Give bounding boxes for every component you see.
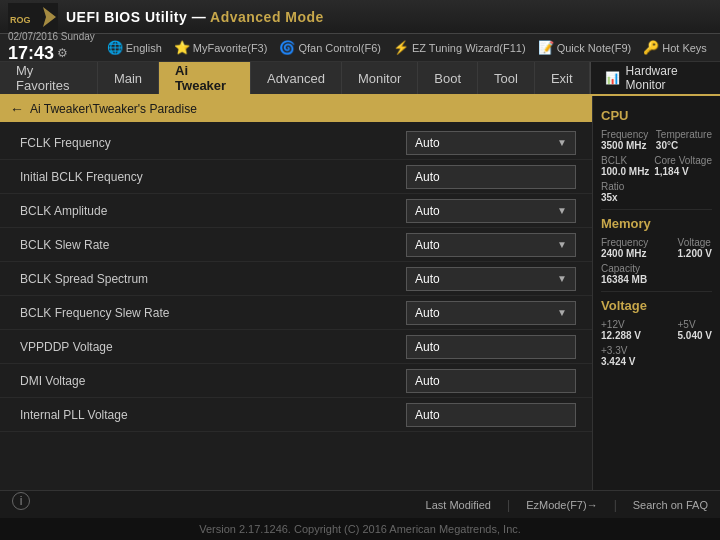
bclk-amplitude-select[interactable]: Auto ▼: [406, 199, 576, 223]
language-select[interactable]: 🌐 English: [107, 40, 162, 55]
left-panel: ← Ai Tweaker\Tweaker's Paradise FCLK Fre…: [0, 96, 592, 490]
time-gear-icon[interactable]: ⚙: [57, 46, 68, 60]
date-display: 02/07/2016 Sunday: [8, 31, 95, 43]
setting-initial-bclk: Initial BCLK Frequency Auto: [0, 160, 592, 194]
nav-tool[interactable]: Tool: [478, 62, 535, 94]
initial-bclk-input[interactable]: Auto: [406, 165, 576, 189]
select-arrow: ▼: [557, 205, 567, 216]
memory-section-title: Memory: [601, 216, 712, 231]
voltage-12v-5v-row: +12V 12.288 V +5V 5.040 V: [601, 319, 712, 341]
setting-internal-pll-voltage: Internal PLL Voltage Auto: [0, 398, 592, 432]
hotkeys-icon: 🔑: [643, 40, 659, 55]
hot-keys-button[interactable]: 🔑 Hot Keys: [643, 40, 707, 55]
select-arrow: ▼: [557, 307, 567, 318]
bclk-spread-spectrum-select[interactable]: Auto ▼: [406, 267, 576, 291]
favorite-icon: ⭐: [174, 40, 190, 55]
setting-dmi-voltage: DMI Voltage Auto: [0, 364, 592, 398]
monitor-icon: 📊: [605, 71, 620, 85]
nav-ai-tweaker[interactable]: Ai Tweaker: [159, 62, 251, 94]
divider-1: [601, 209, 712, 210]
setting-fclk-frequency: FCLK Frequency Auto ▼: [0, 126, 592, 160]
settings-list: FCLK Frequency Auto ▼ Initial BCLK Frequ…: [0, 122, 592, 436]
internal-pll-voltage-input[interactable]: Auto: [406, 403, 576, 427]
breadcrumb: ← Ai Tweaker\Tweaker's Paradise: [0, 96, 592, 122]
titlebar: ROG UEFI BIOS Utility — Advanced Mode: [0, 0, 720, 34]
bottom-bar: Last Modified | EzMode(F7)→ | Search on …: [0, 490, 720, 518]
cpu-bclk-voltage-row: BCLK 100.0 MHz Core Voltage 1,184 V: [601, 155, 712, 177]
search-faq-button[interactable]: Search on FAQ: [633, 499, 708, 511]
note-icon: 📝: [538, 40, 554, 55]
voltage-33v-row: +3.3V 3.424 V: [601, 345, 712, 367]
bclk-freq-slew-rate-select[interactable]: Auto ▼: [406, 301, 576, 325]
setting-bclk-slew-rate: BCLK Slew Rate Auto ▼: [0, 228, 592, 262]
cpu-section-title: CPU: [601, 108, 712, 123]
navbar: My Favorites Main Ai Tweaker Advanced Mo…: [0, 62, 720, 96]
fclk-select[interactable]: Auto ▼: [406, 131, 576, 155]
nav-exit[interactable]: Exit: [535, 62, 590, 94]
footer: Version 2.17.1246. Copyright (C) 2016 Am…: [0, 518, 720, 540]
hw-monitor-panel: CPU Frequency 3500 MHz Temperature 30°C …: [592, 96, 720, 490]
select-arrow: ▼: [557, 239, 567, 250]
select-arrow: ▼: [557, 273, 567, 284]
infobar: 02/07/2016 Sunday 17:43 ⚙ 🌐 English ⭐ My…: [0, 34, 720, 62]
nav-advanced[interactable]: Advanced: [251, 62, 342, 94]
ez-mode-button[interactable]: EzMode(F7)→: [526, 499, 598, 511]
setting-bclk-amplitude: BCLK Amplitude Auto ▼: [0, 194, 592, 228]
info-icon[interactable]: i: [12, 492, 30, 510]
nav-main[interactable]: Main: [98, 62, 159, 94]
last-modified-item[interactable]: Last Modified: [426, 499, 491, 511]
mem-capacity-row: Capacity 16384 MB: [601, 263, 712, 285]
voltage-section-title: Voltage: [601, 298, 712, 313]
cpu-ratio-row: Ratio 35x: [601, 181, 712, 203]
nav-boot[interactable]: Boot: [418, 62, 478, 94]
my-favorite-button[interactable]: ⭐ MyFavorite(F3): [174, 40, 268, 55]
mem-freq-voltage-row: Frequency 2400 MHz Voltage 1.200 V: [601, 237, 712, 259]
setting-bclk-spread-spectrum: BCLK Spread Spectrum Auto ▼: [0, 262, 592, 296]
ez-icon: ⚡: [393, 40, 409, 55]
quick-note-button[interactable]: 📝 Quick Note(F9): [538, 40, 632, 55]
dmi-voltage-input[interactable]: Auto: [406, 369, 576, 393]
qfan-icon: 🌀: [279, 40, 295, 55]
svg-text:ROG: ROG: [10, 15, 31, 25]
nav-monitor[interactable]: Monitor: [342, 62, 418, 94]
back-arrow[interactable]: ←: [10, 101, 24, 117]
divider-2: [601, 291, 712, 292]
hw-monitor-tab[interactable]: 📊 Hardware Monitor: [590, 62, 720, 94]
setting-vppddr-voltage: VPPDDР Voltage Auto: [0, 330, 592, 364]
datetime-display: 02/07/2016 Sunday 17:43 ⚙: [8, 31, 95, 65]
qfan-control-button[interactable]: 🌀 Qfan Control(F6): [279, 40, 381, 55]
setting-bclk-freq-slew-rate: BCLK Frequency Slew Rate Auto ▼: [0, 296, 592, 330]
vppddr-voltage-input[interactable]: Auto: [406, 335, 576, 359]
main-content: ← Ai Tweaker\Tweaker's Paradise FCLK Fre…: [0, 96, 720, 490]
bclk-slew-rate-select[interactable]: Auto ▼: [406, 233, 576, 257]
cpu-freq-temp-row: Frequency 3500 MHz Temperature 30°C: [601, 129, 712, 151]
language-icon: 🌐: [107, 40, 123, 55]
ez-tuning-button[interactable]: ⚡ EZ Tuning Wizard(F11): [393, 40, 526, 55]
app-title: UEFI BIOS Utility — Advanced Mode: [66, 9, 324, 25]
select-arrow: ▼: [557, 137, 567, 148]
asus-logo: ROG: [8, 3, 58, 31]
nav-my-favorites[interactable]: My Favorites: [0, 62, 98, 94]
